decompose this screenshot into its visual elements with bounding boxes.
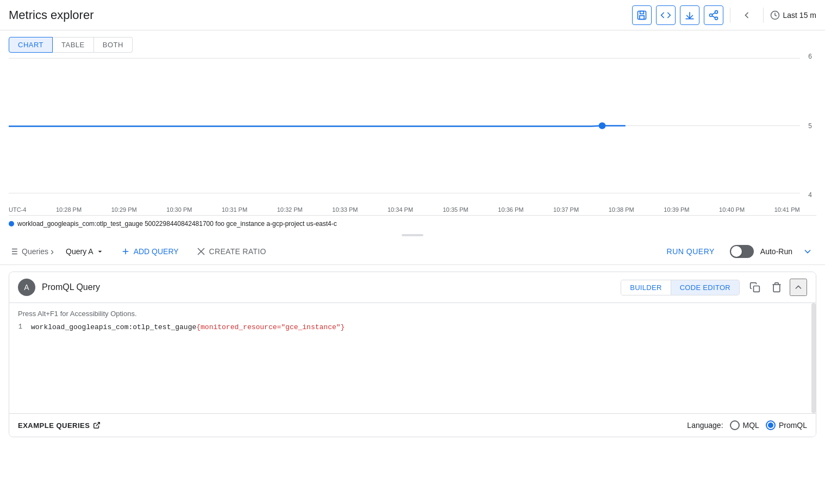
line-number-1: 1 [9,323,31,331]
svg-line-8 [712,12,715,14]
query-editor-container: A PromQL Query BUILDER CODE EDITOR Press… [9,272,816,437]
language-selector: Language: MQL PromQL [687,420,807,430]
tab-code-editor[interactable]: CODE EDITOR [671,280,739,295]
x-label-1037: 10:37 PM [553,206,579,213]
svg-point-4 [715,10,717,13]
run-query-button[interactable]: RUN QUERY [658,244,723,259]
promql-option[interactable]: PromQL [766,420,807,430]
code-close-brace: } [341,323,345,331]
tab-both[interactable]: BOTH [94,37,133,53]
collapse-button[interactable] [790,279,807,296]
code-metric: workload_googleapis_com:otlp_test_gauge [31,323,196,331]
chart-svg [9,53,800,199]
code-button[interactable] [656,5,676,25]
queries-text: Queries [22,247,48,256]
add-query-button[interactable]: ADD QUERY [114,243,185,260]
page-title: Metrics explorer [9,8,93,22]
editor-tabs: BUILDER CODE EDITOR [621,280,740,295]
x-label-1031: 10:31 PM [222,206,247,213]
svg-rect-2 [639,15,643,19]
tab-chart[interactable]: CHART [9,37,53,53]
x-label-1035: 10:35 PM [443,206,468,213]
query-editor-header: A PromQL Query BUILDER CODE EDITOR [9,272,816,303]
copy-button[interactable] [746,279,764,296]
autorun-toggle[interactable] [730,245,754,258]
queries-label[interactable]: Queries [9,247,48,256]
svg-point-13 [599,122,606,129]
time-divider [763,8,764,23]
clock-icon [770,10,780,20]
header-actions: Last 15 m [632,5,816,25]
back-button[interactable] [737,5,757,25]
time-range-label: Last 15 m [783,11,816,20]
app-header: Metrics explorer Last 15 m [0,0,825,30]
code-open-brace: { [196,323,201,331]
delete-button[interactable] [768,279,785,296]
copy-icon [749,282,760,293]
tab-table[interactable]: TABLE [53,37,94,53]
header-divider [730,8,730,23]
expand-button[interactable] [799,243,816,260]
add-query-icon [121,247,130,256]
scroll-indicator [811,303,816,413]
svg-rect-20 [754,286,760,292]
svg-line-7 [712,16,715,17]
mql-label: MQL [743,421,759,430]
query-a-button[interactable]: Query A [60,245,110,258]
create-ratio-button[interactable]: CREATE RATIO [190,243,273,260]
chart-legend: workload_googleapis_com:otlp_test_gauge … [0,216,825,232]
drag-handle[interactable] [0,232,825,238]
x-label-1038: 10:38 PM [609,206,634,213]
share-button[interactable] [704,5,723,25]
toolbar-right: RUN QUERY Auto-Run [658,243,816,260]
query-dropdown-icon [96,247,104,256]
code-line-1[interactable]: 1 workload_googleapis_com:otlp_test_gaug… [9,322,816,409]
x-label-1032: 10:32 PM [277,206,303,213]
x-label-utc: UTC-4 [9,206,26,213]
x-label-1030: 10:30 PM [166,206,192,213]
promql-radio[interactable] [766,420,776,430]
promql-label: PromQL [779,421,807,430]
save-dashboard-button[interactable] [632,5,652,25]
drag-bar [402,234,423,236]
chart-area: 6 5 4 UTC-4 10:28 PM 10:29 PM 10:30 PM 1… [9,53,816,216]
toggle-thumb [731,246,742,257]
y-label-6: 6 [808,53,812,60]
example-queries-link[interactable]: EXAMPLE QUERIES [18,421,101,430]
query-toolbar: Queries › Query A ADD QUERY CREATE RATIO… [0,238,825,265]
chart-tabs: CHART TABLE BOTH [0,30,825,53]
svg-point-6 [715,17,717,20]
x-label-1033: 10:33 PM [332,206,358,213]
query-a-label: Query A [66,247,93,256]
collapse-icon [793,282,804,293]
svg-line-21 [96,423,99,426]
run-query-label: RUN QUERY [667,247,715,256]
code-editor-body[interactable]: Press Alt+F1 for Accessibility Options. … [9,303,816,413]
example-queries-label: EXAMPLE QUERIES [18,421,90,430]
delete-icon [771,282,782,293]
mql-option[interactable]: MQL [730,420,759,430]
x-label-1040: 10:40 PM [719,206,745,213]
list-icon [9,247,18,256]
legend-dot [9,221,14,226]
time-range[interactable]: Last 15 m [770,10,816,20]
x-label-1029: 10:29 PM [111,206,137,213]
tab-builder[interactable]: BUILDER [621,280,670,295]
editor-footer: EXAMPLE QUERIES Language: MQL PromQL [9,413,816,437]
x-label-1028: 10:28 PM [56,206,82,213]
autorun-label: Auto-Run [760,247,792,256]
x-label-1041: 10:41 PM [774,206,800,213]
x-label-1034: 10:34 PM [388,206,413,213]
editor-action-btns [746,279,807,296]
mql-radio[interactable] [730,420,740,430]
accessibility-hint: Press Alt+F1 for Accessibility Options. [9,307,816,322]
x-label-1039: 10:39 PM [664,206,689,213]
svg-rect-1 [640,11,643,14]
svg-point-5 [709,14,712,16]
download-button[interactable] [680,5,699,25]
promql-radio-inner [768,423,773,428]
expand-icon [802,246,813,257]
legend-text: workload_googleapis_com:otlp_test_gauge … [17,220,337,228]
chart-y-labels: 6 5 4 [808,53,812,199]
code-content-1[interactable]: workload_googleapis_com:otlp_test_gauge{… [31,323,816,331]
